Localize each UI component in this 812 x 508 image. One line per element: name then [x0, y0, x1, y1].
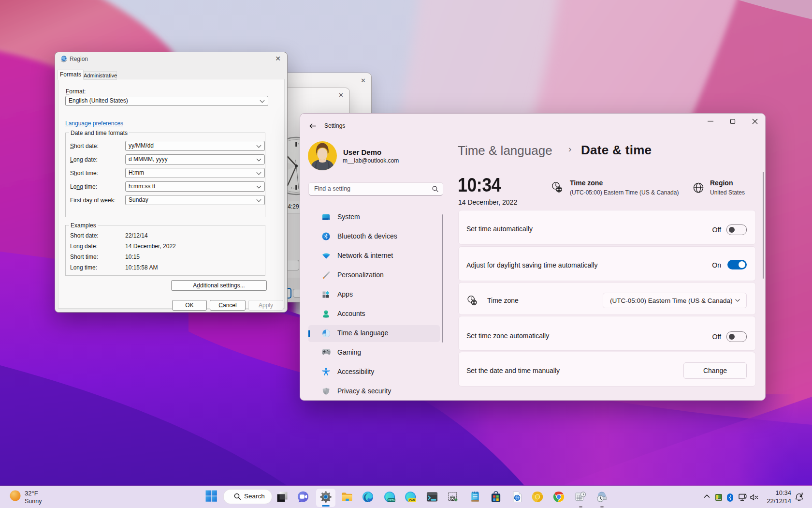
svg-text:BETA: BETA	[388, 499, 395, 502]
svg-text:L: L	[325, 334, 326, 337]
svg-text:CAN: CAN	[409, 499, 415, 502]
